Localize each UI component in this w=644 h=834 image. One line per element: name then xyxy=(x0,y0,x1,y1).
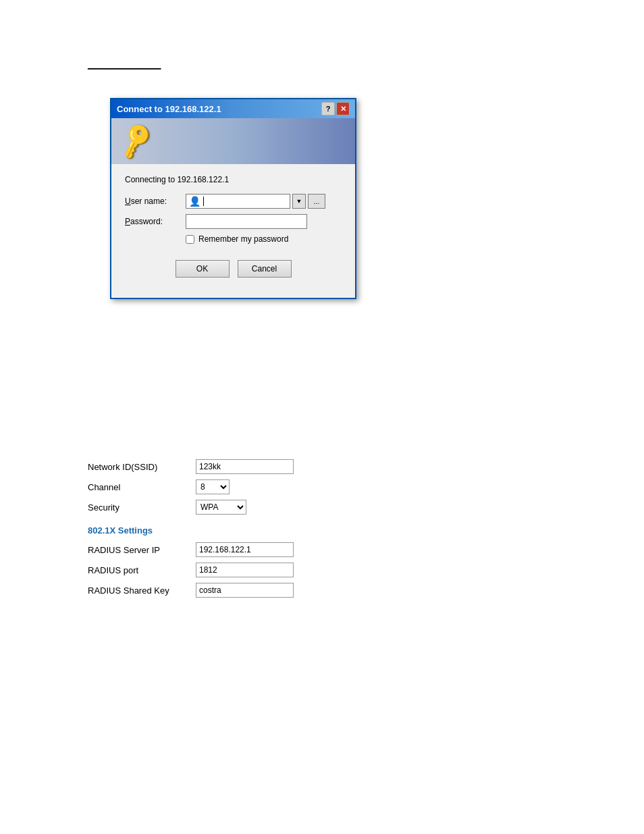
radius-port-label: RADIUS port xyxy=(88,565,196,575)
connect-dialog: Connect to 192.168.122.1 ? ✕ 🔑 Connectin… xyxy=(110,98,356,299)
network-id-row: Network ID(SSID) xyxy=(88,459,294,474)
dialog-body: Connecting to 192.168.122.1 User name: 👤… xyxy=(111,164,355,298)
username-row: User name: 👤 ▼ ... xyxy=(125,194,342,209)
help-button[interactable]: ? xyxy=(321,102,335,115)
password-input[interactable] xyxy=(186,214,307,229)
radius-port-input[interactable] xyxy=(196,563,294,577)
channel-select[interactable]: 1234 5678 91011 xyxy=(196,479,230,494)
username-label: User name: xyxy=(125,197,186,206)
keys-icon: 🔑 xyxy=(115,120,157,161)
ok-button[interactable]: OK xyxy=(176,260,230,278)
dialog-buttons: OK Cancel xyxy=(125,255,342,287)
top-link[interactable]: _______________ xyxy=(88,59,161,70)
radius-server-row: RADIUS Server IP xyxy=(88,542,294,557)
keys-icon-container: 🔑 xyxy=(119,125,152,157)
dialog-title: Connect to 192.168.122.1 xyxy=(117,104,221,114)
dialog-banner: 🔑 xyxy=(111,118,355,164)
channel-row: Channel 1234 5678 91011 xyxy=(88,479,294,494)
radius-key-label: RADIUS Shared Key xyxy=(88,585,196,596)
network-id-input[interactable] xyxy=(196,459,294,474)
radius-key-row: RADIUS Shared Key xyxy=(88,583,294,598)
username-dropdown-button[interactable]: ▼ xyxy=(292,194,306,209)
remember-label: Remember my password xyxy=(198,234,288,244)
close-button[interactable]: ✕ xyxy=(336,102,350,115)
password-label-u: P xyxy=(125,217,130,226)
cancel-button[interactable]: Cancel xyxy=(238,260,292,278)
username-label-u: U xyxy=(125,197,131,206)
user-icon: 👤 xyxy=(189,196,200,207)
text-cursor xyxy=(203,197,204,206)
section-title: 802.1X Settings xyxy=(88,525,294,536)
radius-server-label: RADIUS Server IP xyxy=(88,545,196,555)
network-id-label: Network ID(SSID) xyxy=(88,462,196,472)
username-field[interactable]: 👤 xyxy=(186,194,290,209)
connecting-text: Connecting to 192.168.122.1 xyxy=(125,175,342,184)
security-select[interactable]: None WEP WPA WPA2 xyxy=(196,500,246,515)
password-row: Password: xyxy=(125,214,342,229)
username-wrapper: 👤 ▼ ... xyxy=(186,194,325,209)
remember-row: Remember my password xyxy=(186,234,342,244)
radius-server-input[interactable] xyxy=(196,542,294,557)
channel-label: Channel xyxy=(88,482,196,492)
titlebar-buttons: ? ✕ xyxy=(321,102,350,115)
browse-button[interactable]: ... xyxy=(308,194,325,209)
titlebar-left: Connect to 192.168.122.1 xyxy=(117,104,221,114)
security-row: Security None WEP WPA WPA2 xyxy=(88,500,294,515)
remember-checkbox[interactable] xyxy=(186,235,194,244)
radius-key-input[interactable] xyxy=(196,583,294,598)
radius-port-row: RADIUS port xyxy=(88,563,294,577)
password-label: Password: xyxy=(125,217,186,226)
security-label: Security xyxy=(88,502,196,513)
settings-section: Network ID(SSID) Channel 1234 5678 91011… xyxy=(88,459,294,603)
dialog-titlebar: Connect to 192.168.122.1 ? ✕ xyxy=(111,99,355,118)
